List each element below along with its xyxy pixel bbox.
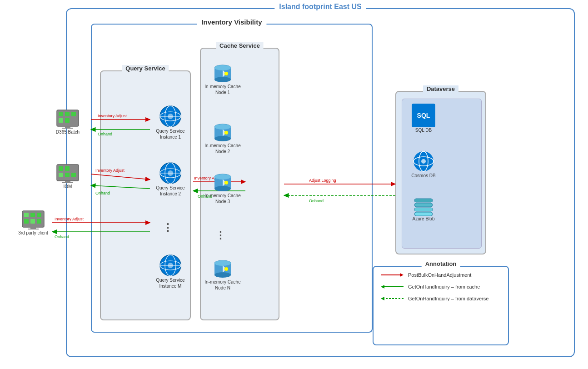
query-globe-1-icon	[159, 105, 182, 128]
svg-rect-30	[59, 112, 63, 116]
iom-label: IOM	[48, 184, 88, 189]
cache-ellipsis: ⋮	[215, 229, 226, 241]
sql-db-node: SQL SQL DB	[405, 104, 442, 133]
cache-node-2-label: In-memory Cache Node 2	[204, 143, 241, 155]
svg-point-74	[214, 65, 231, 70]
svg-rect-48	[24, 213, 29, 217]
sql-icon: SQL	[412, 104, 435, 127]
annotation-row-1: PostBulkOnHandAdjustment	[381, 271, 501, 279]
svg-rect-102	[414, 212, 433, 216]
d365-label: D365 Batch	[48, 129, 88, 135]
svg-point-60	[168, 114, 173, 119]
cache-node-1-node: In-memory Cache Node 1	[204, 64, 241, 95]
svg-rect-53	[37, 219, 41, 224]
cache-node-n-node: In-memory Cache Node N	[204, 259, 241, 291]
query-instance-1-node: Query Service Instance 1	[152, 105, 189, 140]
cosmos-db-label: Cosmos DB	[405, 173, 442, 179]
svg-point-92	[214, 260, 231, 266]
svg-point-76	[224, 72, 228, 75]
svg-point-98	[421, 159, 426, 164]
cosmos-icon	[412, 150, 435, 173]
query-instance-m-label: Query Service Instance M	[152, 277, 189, 289]
cache-cyl-3-icon	[213, 173, 233, 193]
query-globe-2-icon	[159, 161, 182, 185]
iom-node: IOM	[48, 164, 88, 189]
third-party-icon	[21, 210, 45, 230]
svg-point-88	[224, 181, 228, 184]
annotation-label-3: GetOnHandInquiry – from dataverse	[408, 296, 488, 301]
svg-rect-42	[59, 173, 63, 177]
azure-blob-node: Azure Blob	[405, 198, 442, 222]
svg-rect-101	[414, 208, 433, 211]
blob-icon	[412, 198, 435, 216]
svg-point-79	[214, 136, 231, 141]
annotation-label: Annotation	[422, 260, 460, 267]
d365-icon	[56, 109, 80, 129]
svg-marker-3	[381, 285, 384, 289]
inv-vis-label: Inventory Visibility	[197, 18, 266, 26]
svg-point-65	[168, 170, 173, 176]
cache-node-2-node: In-memory Cache Node 2	[204, 123, 241, 155]
cache-node-3-node: In-memory Cache Node 3	[204, 173, 241, 204]
svg-rect-40	[65, 166, 70, 171]
svg-rect-49	[30, 213, 35, 217]
iom-icon	[56, 164, 80, 184]
annotation-label-2: GetOnHandInquiry – from cache	[408, 284, 480, 289]
query-instance-2-label: Query Service Instance 2	[152, 185, 189, 197]
third-party-node: 3rd party client	[13, 210, 54, 236]
svg-rect-33	[59, 118, 63, 123]
cosmos-db-node: Cosmos DB	[405, 150, 442, 179]
svg-rect-39	[59, 166, 63, 171]
cache-node-3-label: In-memory Cache Node 3	[204, 193, 241, 204]
cache-service-label: Cache Service	[216, 42, 264, 49]
svg-point-73	[214, 77, 231, 82]
svg-rect-51	[24, 219, 29, 224]
dataverse-label: Dataverse	[423, 85, 458, 92]
annotation-row-2: GetOnHandInquiry – from cache	[381, 283, 501, 290]
svg-rect-43	[65, 173, 70, 177]
annotation-row-3: GetOnHandInquiry – from dataverse	[381, 295, 501, 302]
query-ellipsis: ⋮	[163, 222, 174, 234]
svg-rect-37	[62, 128, 73, 129]
query-instance-2-node: Query Service Instance 2	[152, 161, 189, 197]
green-solid-arrow-icon	[381, 283, 404, 290]
svg-rect-44	[71, 173, 76, 177]
azure-blob-label: Azure Blob	[405, 216, 442, 222]
svg-point-70	[168, 263, 173, 268]
annotation-label-1: PostBulkOnHandAdjustment	[408, 272, 471, 278]
svg-rect-34	[65, 118, 70, 123]
query-service-label: Query Service	[122, 65, 169, 72]
svg-rect-55	[28, 229, 39, 229]
red-solid-arrow-icon	[381, 271, 404, 279]
svg-rect-46	[62, 182, 73, 183]
svg-rect-52	[30, 219, 35, 224]
query-instance-1-label: Query Service Instance 1	[152, 128, 189, 140]
sql-db-label: SQL DB	[405, 127, 442, 133]
svg-rect-50	[37, 213, 41, 217]
cache-node-1-label: In-memory Cache Node 1	[204, 84, 241, 95]
annotation-box: Annotation PostBulkOnHandAdjustment GetO…	[373, 266, 509, 345]
cache-cyl-1-icon	[213, 64, 233, 84]
svg-point-91	[214, 272, 231, 278]
svg-point-86	[214, 174, 231, 180]
query-instance-m-node: Query Service Instance M	[152, 254, 189, 289]
cache-cyl-n-icon	[213, 259, 233, 279]
green-dashed-arrow-icon	[381, 295, 404, 302]
svg-rect-100	[414, 203, 433, 207]
query-globe-m-icon	[159, 254, 182, 277]
island-label: Island footprint East US	[274, 3, 366, 11]
svg-marker-5	[381, 297, 384, 300]
svg-rect-35	[71, 118, 76, 123]
svg-point-85	[214, 186, 231, 191]
svg-rect-99	[414, 199, 433, 202]
diagram-container: Island footprint East US Inventory Visib…	[0, 0, 588, 369]
svg-point-80	[214, 124, 231, 130]
svg-rect-32	[71, 112, 76, 116]
d365-batch-node: D365 Batch	[48, 109, 88, 135]
cache-cyl-2-icon	[213, 123, 233, 143]
svg-rect-41	[71, 166, 76, 171]
cache-node-n-label: In-memory Cache Node N	[204, 279, 241, 291]
svg-rect-31	[65, 112, 70, 116]
svg-marker-1	[400, 273, 404, 277]
svg-point-82	[224, 131, 228, 135]
